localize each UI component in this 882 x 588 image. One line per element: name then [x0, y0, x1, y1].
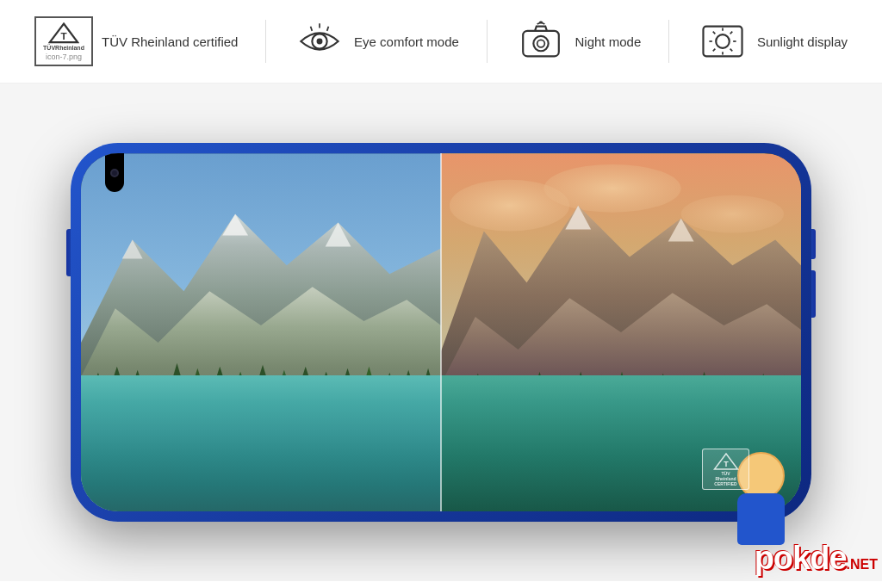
svg-text:T: T — [60, 30, 67, 41]
night-mode-label: Night mode — [575, 34, 642, 49]
svg-point-50 — [543, 164, 680, 213]
screen-left-normal — [81, 153, 441, 511]
icon-filename: icon-7.png — [46, 53, 82, 61]
phone-power-button — [811, 229, 816, 259]
svg-marker-59 — [489, 375, 508, 405]
svg-line-6 — [327, 27, 329, 31]
feature-bar: T TÜVRheinland icon-7.png TÜV Rheinland … — [0, 0, 882, 84]
phone-showcase: T TÜVRheinlandCERTIFIED pokde.NET — [0, 84, 882, 581]
screen-split-line — [440, 153, 442, 511]
svg-rect-26 — [81, 399, 441, 467]
divider-1 — [265, 20, 266, 63]
pokde-logo-net: .NET — [847, 557, 878, 572]
eye-comfort-label: Eye comfort mode — [354, 34, 459, 49]
svg-marker-73 — [775, 375, 792, 405]
feature-item-tuv: T TÜVRheinland icon-7.png TÜV Rheinland … — [34, 16, 238, 66]
svg-point-8 — [533, 36, 548, 51]
tuv-badge-text: TÜVRheinlandCERTIFIED — [714, 471, 736, 486]
svg-marker-64 — [592, 375, 611, 405]
svg-marker-71 — [736, 377, 753, 405]
phone-volume-button — [66, 229, 71, 276]
svg-point-9 — [537, 40, 544, 47]
svg-rect-10 — [703, 27, 742, 57]
svg-line-16 — [713, 32, 716, 34]
tuv-text: TÜVRheinland — [43, 45, 84, 52]
svg-line-19 — [730, 49, 733, 52]
svg-line-4 — [311, 27, 313, 31]
svg-marker-66 — [633, 375, 652, 405]
svg-marker-57 — [450, 379, 467, 405]
pokde-logo-text: pokde — [755, 540, 847, 576]
phone-screen-inner: T TÜVRheinlandCERTIFIED — [81, 153, 801, 511]
tuv-label: TÜV Rheinland certified — [102, 34, 238, 49]
front-camera — [110, 169, 119, 177]
tuv-icon: T TÜVRheinland icon-7.png — [34, 16, 93, 66]
svg-point-11 — [716, 34, 730, 48]
svg-marker-34 — [231, 372, 250, 399]
svg-marker-38 — [317, 372, 336, 399]
svg-marker-68 — [674, 375, 693, 405]
svg-rect-44 — [81, 428, 441, 511]
svg-marker-65 — [612, 372, 631, 405]
svg-marker-72 — [755, 374, 772, 405]
svg-marker-69 — [695, 372, 714, 405]
sunlight-label: Sunlight display — [757, 34, 848, 49]
feature-item-sunlight: Sunlight display — [697, 15, 848, 67]
svg-marker-63 — [571, 372, 590, 405]
divider-3 — [668, 20, 669, 63]
svg-text:T: T — [724, 460, 729, 468]
svg-rect-7 — [523, 31, 559, 56]
svg-point-3 — [317, 39, 323, 45]
svg-marker-61 — [531, 372, 550, 405]
eye-comfort-icon — [294, 15, 345, 67]
svg-marker-62 — [550, 375, 569, 405]
phone-notch — [105, 153, 124, 192]
phone-frame: T TÜVRheinlandCERTIFIED — [71, 143, 811, 522]
svg-marker-70 — [715, 375, 734, 405]
mascot-body — [737, 493, 785, 545]
sunlight-icon — [697, 15, 748, 67]
pokde-logo: pokde.NET — [755, 540, 878, 577]
night-mode-icon — [515, 15, 567, 67]
svg-line-18 — [713, 49, 716, 52]
feature-item-eye-comfort: Eye comfort mode — [294, 15, 459, 67]
svg-marker-67 — [654, 374, 673, 405]
feature-item-night-mode: Night mode — [515, 15, 642, 67]
svg-line-17 — [730, 32, 733, 34]
svg-marker-60 — [510, 379, 529, 405]
svg-marker-58 — [469, 374, 488, 405]
svg-marker-27 — [90, 373, 107, 399]
svg-marker-41 — [381, 373, 398, 399]
divider-2 — [487, 20, 488, 63]
phone-screen: T TÜVRheinlandCERTIFIED — [81, 153, 801, 511]
svg-point-51 — [681, 195, 784, 233]
phone-volume-button-right — [811, 270, 816, 318]
tuv-screen-badge: T TÜVRheinlandCERTIFIED — [702, 449, 749, 490]
svg-marker-30 — [148, 375, 165, 399]
